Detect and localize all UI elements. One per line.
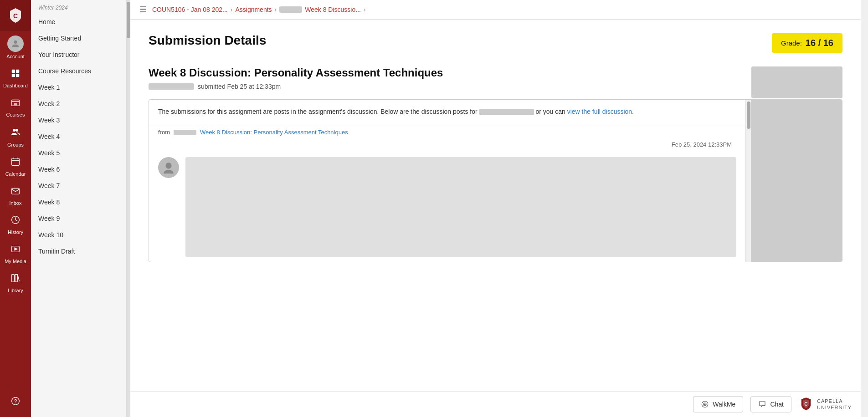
sidebar-item-week-10[interactable]: Week 10 [31,227,126,243]
discussion-from-row: from Week 8 Discussion: Personality Asse… [149,124,745,140]
sidebar-item-week-1[interactable]: Week 1 [31,79,126,96]
nav-label-library: Library [8,288,23,293]
nav-label-courses: Courses [6,112,25,117]
page-scrollbar[interactable] [861,0,868,417]
main-content: ☰ COUN5106 - Jan 08 202... › Assignments… [130,0,861,417]
courseroom-logo[interactable]: C [0,0,31,31]
svg-point-1 [14,41,17,44]
sidebar-item-week-2[interactable]: Week 2 [31,96,126,112]
submitted-text: submitted Feb 25 at 12:33pm [198,83,281,90]
svg-rect-20 [15,275,18,282]
discussion-main: The submissions for this assignment are … [149,100,745,262]
nav-item-help[interactable]: ? [0,392,31,413]
sidebar-item-week-5[interactable]: Week 5 [31,145,126,161]
svg-marker-18 [15,248,17,250]
svg-text:?: ? [14,398,17,405]
grade-label: Grade: [781,39,802,47]
sidebar-item-getting-started[interactable]: Getting Started [31,30,126,46]
grade-value: 16 / 16 [806,38,833,48]
assignment-left: Week 8 Discussion: Personality Assessmen… [149,66,742,99]
menu-icon[interactable]: ☰ [139,5,147,15]
svg-rect-2 [12,70,15,73]
submission-info: submitted Feb 25 at 12:33pm [149,83,742,90]
help-icon: ? [10,396,21,409]
nav-label-groups: Groups [7,142,24,147]
right-side-panel-blurred [751,100,842,262]
assignment-title: Week 8 Discussion: Personality Assessmen… [149,66,742,79]
chat-button[interactable]: Chat [750,396,791,412]
walkme-label: WalkMe [713,401,735,408]
sidebar-item-week-4[interactable]: Week 4 [31,128,126,145]
sidebar-item-week-8[interactable]: Week 8 [31,194,126,210]
nav-label-account: Account [6,54,25,59]
breadcrumb-discussion[interactable]: Week 8 Discussio... [305,6,361,13]
nav-item-library[interactable]: Library [0,269,31,298]
chat-icon [758,400,766,408]
walkme-button[interactable]: WalkMe [693,396,743,412]
page-title: Submission Details [149,33,266,48]
sidebar-scroll-thumb [127,2,130,38]
nav-item-history[interactable]: History [0,210,31,239]
assignment-row: Week 8 Discussion: Personality Assessmen… [149,66,842,99]
nav-item-inbox[interactable]: Inbox [0,181,31,210]
left-nav: C Account Dashboard Courses Groups Calen… [0,0,31,417]
sidebar-item-home[interactable]: Home [31,14,126,30]
sidebar: Winter 2024 Home Getting Started Your In… [31,0,127,417]
avatar [7,36,24,52]
breadcrumb-course[interactable]: COUN5106 - Jan 08 202... [152,6,228,13]
breadcrumb-sep-2: › [275,6,277,13]
submitter-name-blurred [149,83,194,90]
nav-item-dashboard[interactable]: Dashboard [0,64,31,93]
nav-label-inbox: Inbox [10,200,22,206]
sidebar-item-week-6[interactable]: Week 6 [31,161,126,178]
breadcrumb: ☰ COUN5106 - Jan 08 202... › Assignments… [130,0,861,20]
view-full-discussion-link[interactable]: view the full discussion. [567,108,634,115]
discussion-scroll-thumb [747,102,750,129]
sidebar-wrapper: Winter 2024 Home Getting Started Your In… [31,0,130,417]
discussion-scrollbar[interactable] [745,100,751,262]
library-icon [10,273,21,286]
assignment-right-panel [751,66,842,98]
nav-item-my-media[interactable]: My Media [0,239,31,269]
discussion-intro-text: The submissions for this assignment are … [149,100,745,124]
student-name-blurred [479,109,534,115]
discussion-date: Feb 25, 2024 12:33PM [149,140,745,153]
history-icon [10,215,21,228]
groups-icon [10,127,21,140]
discussion-intro: The submissions for this assignment are … [158,108,478,115]
svg-point-23 [165,163,171,168]
nav-item-courses[interactable]: Courses [0,93,31,122]
chat-label: Chat [770,401,784,408]
nav-label-calendar: Calendar [5,171,26,177]
svg-rect-8 [14,103,17,106]
sidebar-item-turnitin-draft[interactable]: Turnitin Draft [31,243,126,259]
sidebar-scrollbar[interactable] [127,0,130,417]
post-body-blurred [185,157,736,257]
or-text: or you can [535,108,565,115]
sidebar-item-course-resources[interactable]: Course Resources [31,63,126,79]
sidebar-item-week-7[interactable]: Week 7 [31,178,126,194]
sidebar-item-week-9[interactable]: Week 9 [31,210,126,227]
sidebar-item-your-instructor[interactable]: Your Instructor [31,46,126,63]
nav-item-account[interactable]: Account [0,31,31,64]
svg-point-26 [704,404,705,405]
nav-item-calendar[interactable]: Calendar [0,152,31,181]
breadcrumb-assignments[interactable]: Assignments [235,6,272,13]
content-header: Submission Details Grade: 16 / 16 [149,33,842,53]
svg-rect-19 [12,275,15,282]
post-avatar [158,157,179,178]
svg-rect-11 [12,158,20,166]
svg-rect-4 [12,74,15,77]
grade-badge: Grade: 16 / 16 [772,33,842,53]
walkme-icon [701,400,709,408]
breadcrumb-sep-1: › [231,6,233,13]
courses-icon [10,97,21,110]
bottom-bar: WalkMe Chat C CAPELLA UNIVERSITY [130,391,861,417]
capella-logo: C CAPELLA UNIVERSITY [799,397,852,412]
sidebar-item-week-3[interactable]: Week 3 [31,112,126,128]
discussion-post [149,153,745,262]
inbox-icon [10,186,21,198]
nav-item-groups[interactable]: Groups [0,122,31,152]
discussion-topic-link[interactable]: Week 8 Discussion: Personality Assessmen… [200,129,348,136]
breadcrumb-blurred [279,6,302,13]
